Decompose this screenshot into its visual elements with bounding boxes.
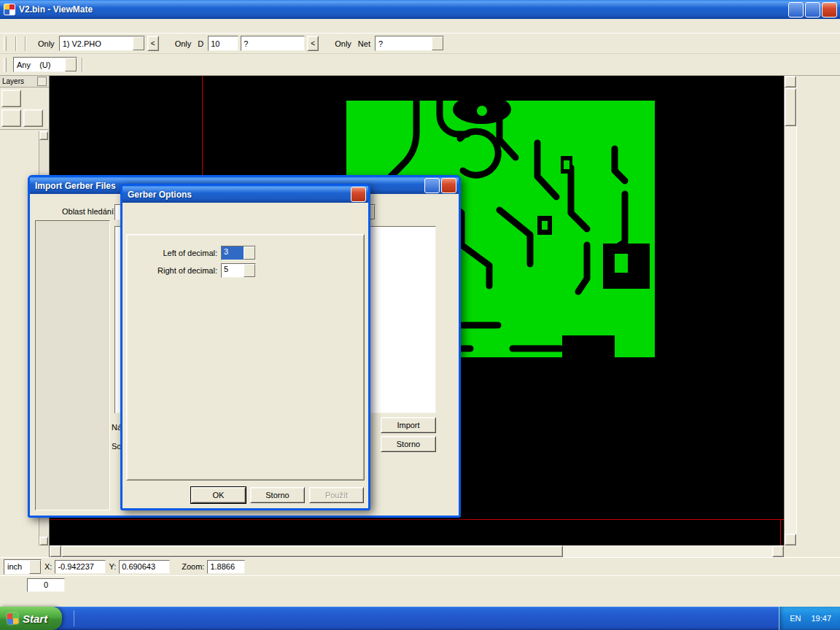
right-decimal-combo[interactable]: 5 — [221, 263, 256, 278]
import-cancel-button[interactable]: Storno — [381, 436, 436, 452]
scroll-right-icon[interactable] — [772, 545, 784, 557]
clock[interactable]: 19:47 — [811, 614, 831, 623]
dcode-filter-field[interactable] — [241, 36, 305, 51]
language-indicator[interactable]: EN — [790, 614, 801, 623]
unit-combo[interactable]: inch — [4, 559, 42, 575]
layers-toolbar — [0, 88, 50, 130]
gerber-dialog-title: Gerber Options — [128, 190, 192, 200]
taskbar-separator — [74, 610, 74, 626]
only-net-toggle[interactable]: Only — [332, 39, 354, 48]
left-decimal-label: Left of decimal: — [134, 249, 217, 257]
look-in-label: Oblast hledání: — [62, 207, 116, 216]
scroll-up-icon[interactable] — [785, 76, 796, 88]
toolbar-separator — [82, 58, 82, 72]
taskbar: Start EN 19:47 — [0, 607, 840, 630]
zoom-label: Zoom: — [182, 562, 204, 571]
aperture-combo-value: Any (U) — [14, 61, 65, 69]
origin-line-corner — [780, 519, 781, 545]
combo-arrow-icon[interactable] — [133, 36, 144, 50]
net-combo-value: ? — [376, 39, 432, 48]
only-layer-toggle[interactable]: Only — [36, 39, 57, 48]
status-bar: inch X: Y: Zoom: — [0, 557, 840, 575]
option-bar — [0, 575, 840, 594]
system-tray: EN 19:47 — [779, 607, 840, 630]
origin-line-vertical — [202, 76, 203, 175]
scroll-down-icon[interactable] — [785, 534, 796, 545]
toolbar-grip[interactable] — [4, 36, 7, 51]
dcode-value-field[interactable] — [208, 36, 238, 51]
tool-palette — [796, 76, 840, 545]
aperture-toolbar: Any (U) — [0, 54, 840, 76]
right-decimal-label: Right of decimal: — [134, 266, 217, 275]
main-toolbar: Only 1) V2.PHO < Only D < Only Net ? — [0, 34, 840, 54]
scroll-track[interactable] — [563, 545, 772, 557]
scroll-left-icon[interactable] — [50, 545, 61, 557]
horizontal-scroll-thumb[interactable] — [61, 545, 563, 557]
net-combo[interactable]: ? — [375, 36, 444, 51]
import-button[interactable]: Import — [381, 417, 436, 433]
close-icon[interactable] — [822, 2, 837, 18]
start-label: Start — [23, 612, 47, 625]
net-label: Net — [356, 39, 373, 48]
layer-combo-value: 1) V2.PHO — [60, 39, 133, 48]
places-bar — [35, 220, 110, 510]
ok-button[interactable]: OK — [191, 487, 246, 503]
combo-arrow-icon[interactable] — [244, 264, 255, 277]
app-icon — [4, 4, 15, 15]
left-decimal-value: 3 — [222, 246, 244, 260]
layer-prev-button[interactable]: < — [147, 36, 159, 51]
x-coordinate-field[interactable] — [55, 560, 106, 574]
menubar — [0, 19, 840, 34]
zoom-field[interactable] — [207, 560, 245, 574]
x-label: X: — [44, 562, 52, 571]
layer-combo[interactable]: 1) V2.PHO — [59, 36, 145, 51]
origin-line-horizontal — [50, 519, 784, 520]
window-title: V2.bin - ViewMate — [19, 4, 93, 15]
only-dcode-toggle[interactable]: Only — [173, 39, 194, 48]
gerber-dialog-titlebar[interactable]: Gerber Options — [122, 186, 368, 203]
window-bottom-edge — [0, 594, 840, 607]
minimize-icon[interactable] — [788, 2, 804, 18]
data-format-panel: Left of decimal: 3 Right of decimal: 5 — [126, 234, 365, 481]
y-coordinate-field[interactable] — [119, 560, 170, 574]
import-dialog-title: Import Gerber Files — [35, 181, 116, 191]
tab-row-2 — [126, 220, 364, 235]
vertical-scrollbar[interactable] — [784, 76, 796, 545]
combo-arrow-icon[interactable] — [65, 58, 77, 71]
layers-panel-title: Layers — [2, 77, 24, 85]
layers-toolbar-spacer — [23, 90, 43, 107]
apply-button[interactable]: Použít — [309, 487, 364, 503]
count-field[interactable] — [27, 578, 65, 592]
dialog-close-icon[interactable] — [351, 187, 366, 202]
dialog-help-icon[interactable] — [424, 178, 440, 193]
horizontal-scrollbar[interactable] — [50, 545, 784, 557]
dialog-close-icon[interactable] — [441, 178, 456, 193]
toolbar-separator — [15, 36, 16, 51]
left-decimal-combo[interactable]: 3 — [221, 246, 256, 260]
combo-arrow-icon[interactable] — [432, 36, 443, 50]
move-layer-up-icon[interactable] — [23, 109, 43, 127]
maximize-icon[interactable] — [805, 2, 820, 18]
dcode-prev-button[interactable]: < — [307, 36, 319, 51]
start-button[interactable]: Start — [0, 607, 62, 630]
right-decimal-value: 5 — [222, 264, 244, 277]
y-label: Y: — [109, 562, 116, 571]
vertical-scroll-thumb[interactable] — [785, 88, 796, 126]
scroll-down-icon[interactable] — [39, 537, 48, 545]
combo-arrow-icon[interactable] — [244, 246, 255, 260]
scroll-up-icon[interactable] — [39, 131, 48, 140]
layer-stack-icon[interactable] — [1, 90, 21, 107]
toolbar-separator — [25, 36, 26, 51]
layers-close-icon[interactable] — [37, 77, 47, 86]
unit-combo-value: inch — [4, 562, 29, 571]
tab-row-1 — [126, 207, 364, 220]
combo-arrow-icon[interactable] — [29, 560, 41, 574]
toolbar-grip[interactable] — [4, 58, 7, 72]
aperture-combo[interactable]: Any (U) — [13, 57, 77, 72]
desktop: V2.bin - ViewMate Only 1) V2.PHO < Only … — [0, 0, 840, 630]
move-layer-down-icon[interactable] — [1, 109, 21, 127]
dcode-label: D — [195, 39, 206, 48]
layers-panel-header[interactable]: Layers — [0, 76, 49, 88]
cancel-button[interactable]: Storno — [250, 487, 305, 503]
gerber-options-dialog: Gerber Options Left of decimal: 3 Right … — [120, 184, 370, 510]
